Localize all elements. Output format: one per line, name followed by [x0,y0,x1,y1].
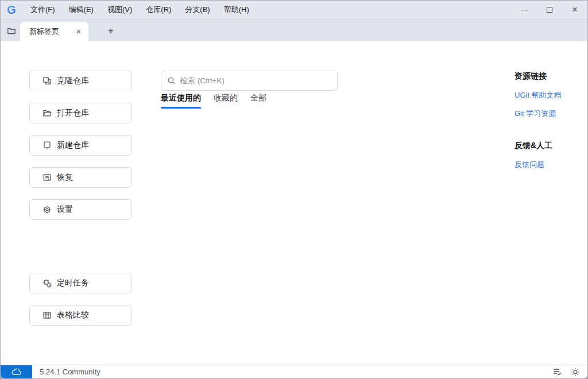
open-repo-button[interactable]: 打开仓库 [29,103,132,123]
minimize-icon [521,10,528,10]
table-compare-button[interactable]: 表格比较 [29,305,132,326]
theme-toggle-button[interactable] [569,366,582,378]
app-version-label: 5.24.1 Community [40,368,100,376]
menu-edit[interactable]: 编辑(E) [62,2,100,18]
titlebar: G 文件(F) 编辑(E) 视图(V) 仓库(R) 分支(B) 帮助(H) × [1,1,587,20]
menu-help[interactable]: 帮助(H) [217,2,256,18]
tab-close-icon[interactable]: × [74,26,84,37]
app-logo-icon: G [5,3,18,16]
link-ugit-help-docs[interactable]: UGit 帮助文档 [514,90,585,100]
home-button-label: 恢复 [57,172,73,183]
folder-icon [7,26,16,36]
restore-icon [42,173,52,182]
close-button[interactable]: × [562,1,587,19]
home-button-label: 定时任务 [57,278,89,288]
cloud-icon [11,368,22,376]
maximize-icon [547,7,552,13]
home-button-label: 表格比较 [57,310,89,320]
settings-button[interactable]: 设置 [29,199,132,220]
close-icon: × [572,5,577,14]
clone-repo-button[interactable]: 克隆仓库 [29,71,132,91]
resource-links-heading: 资源链接 [514,71,585,82]
link-git-learning[interactable]: Git 学习资源 [514,109,585,119]
list-check-icon [552,368,562,376]
home-button-label: 设置 [57,204,73,215]
menu-branch[interactable]: 分支(B) [178,2,216,18]
scheduled-task-icon [42,279,52,288]
app-window: G 文件(F) 编辑(E) 视图(V) 仓库(R) 分支(B) 帮助(H) × … [0,0,588,379]
filter-tab-recent[interactable]: 最近使用的 [161,93,201,109]
home-button-label: 克隆仓库 [57,76,89,86]
new-repo-icon [42,141,52,150]
tab-list-button[interactable] [4,24,19,38]
minimize-button[interactable] [512,1,537,19]
restore-button[interactable]: 恢复 [29,167,132,188]
feedback-heading: 反馈&人工 [514,141,585,151]
menu-view[interactable]: 视图(V) [100,2,139,18]
statusbar-right [551,366,587,378]
sun-icon [571,368,580,377]
tabbar: 新标签页 × + [1,20,587,41]
scheduled-task-button[interactable]: 定时任务 [29,273,132,293]
menu-repo[interactable]: 仓库(R) [139,2,178,18]
home-button-label: 打开仓库 [57,108,89,118]
tab-label: 新标签页 [29,26,70,37]
search-icon [167,76,176,85]
link-feedback-issue[interactable]: 反馈问题 [514,160,585,170]
settings-icon [42,205,52,214]
cloud-status-button[interactable] [1,365,32,379]
filter-tab-favorites[interactable]: 收藏的 [214,93,238,109]
task-log-button[interactable] [551,366,563,378]
window-controls: × [512,1,587,19]
open-repo-icon [42,109,52,118]
new-tab-button[interactable]: + [103,24,118,38]
main-content: 克隆仓库 打开仓库 新建仓库 [1,41,587,365]
search-box [161,71,338,91]
repo-filter-tabs: 最近使用的 收藏的 全部 [161,93,279,109]
home-button-label: 新建仓库 [57,140,89,150]
resource-links-panel: 资源链接 UGit 帮助文档 Git 学习资源 反馈&人工 反馈问题 [514,71,585,178]
clone-repo-icon [42,76,52,86]
statusbar: 5.24.1 Community [1,365,587,378]
menu-file[interactable]: 文件(F) [24,2,62,18]
tab-new-page[interactable]: 新标签页 × [20,22,88,41]
table-compare-icon [42,311,52,320]
filter-tab-all[interactable]: 全部 [250,93,266,109]
maximize-button[interactable] [537,1,562,19]
search-input[interactable] [180,76,331,85]
new-repo-button[interactable]: 新建仓库 [29,135,132,156]
